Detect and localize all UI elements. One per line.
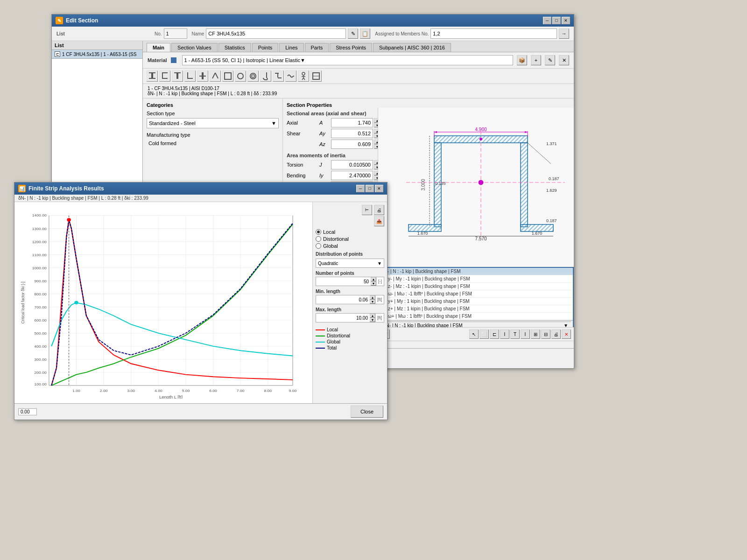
assigned-icon-btn[interactable]: → [559, 28, 569, 39]
tb-btn-I-right[interactable]: T [510, 329, 520, 339]
section-list-item-3[interactable]: δMω- | Mω : -1 lbfft² | Buckling shape |… [379, 290, 573, 298]
tb-btn-x[interactable]: ✕ [562, 329, 571, 339]
dist-dropdown[interactable]: Quadratic ▼ [316, 259, 384, 268]
material-section: Material 1 - A653-15 (SS 50, Cl 1) | Iso… [143, 52, 574, 69]
maximize-button[interactable]: □ [552, 17, 561, 24]
tab-subpanels[interactable]: Subpanels | AISC 360 | 2016 [373, 43, 451, 52]
info-icon-btn[interactable]: 📋 [360, 28, 370, 39]
tab-stress-points[interactable]: Stress Points [330, 43, 372, 52]
section-list-item-4[interactable]: δMy+ | My : 1 kipin | Buckling shape | F… [379, 298, 573, 305]
name-group: Name ✎ 📋 [192, 28, 371, 39]
material-btn1[interactable]: 📦 [517, 55, 527, 65]
list-item-0[interactable]: ⊏ 1 CF 3HU4.5x135 | 1 - A653-15 (SS [52, 50, 142, 59]
name-input[interactable] [206, 28, 346, 39]
max-up-btn[interactable]: ▲ [370, 314, 375, 318]
shape-wave[interactable] [285, 70, 296, 82]
svg-rect-14 [225, 73, 231, 79]
fsa-mode-local[interactable]: Local [316, 229, 384, 235]
axial-value[interactable] [331, 118, 373, 127]
shape-extra1[interactable] [310, 70, 322, 82]
min-up-btn[interactable]: ▲ [370, 295, 375, 300]
tab-points[interactable]: Points [252, 43, 279, 52]
tab-main[interactable]: Main [147, 43, 170, 52]
torsion-value[interactable] [331, 160, 373, 169]
window-icon: ✎ [56, 17, 63, 24]
svg-text:1100.00: 1100.00 [32, 253, 47, 257]
svg-text:100.00: 100.00 [35, 382, 47, 386]
fsa-icon-export[interactable]: 📤 [374, 216, 384, 226]
no-input[interactable] [164, 28, 187, 39]
close-button[interactable]: ✕ [562, 17, 570, 24]
tb-btn-grid[interactable]: ⊟ [541, 329, 550, 339]
section-type-dropdown[interactable]: Standardized - Steel ▼ [147, 118, 279, 128]
shear-z-value[interactable] [331, 140, 373, 149]
tb-btn-square[interactable]: ⬜ [479, 329, 489, 339]
shape-bracket[interactable] [159, 70, 170, 82]
fsa-mode-global[interactable]: Global [316, 243, 384, 249]
tab-section-values[interactable]: Section Values [171, 43, 218, 52]
section-list-item-2[interactable]: δMz- | Mz : -1 kipin | Buckling shape | … [379, 283, 573, 290]
shape-I[interactable] [147, 70, 158, 82]
shape-rect[interactable] [222, 70, 233, 82]
min-down-btn[interactable]: ▼ [370, 300, 375, 304]
assigned-input[interactable] [430, 28, 557, 39]
svg-text:500.00: 500.00 [35, 331, 47, 335]
svg-point-23 [302, 72, 305, 75]
edit-icon-btn[interactable]: ✎ [348, 28, 358, 39]
points-down-btn[interactable]: ▼ [371, 281, 376, 286]
material-btn3[interactable]: ✎ [545, 55, 555, 65]
tb-btn-cursor[interactable]: ↖ [469, 329, 479, 339]
shape-angle[interactable] [210, 70, 221, 82]
section-list-item-0[interactable]: δN- | N : -1 kip | Buckling shape | FSM [379, 268, 573, 275]
tb-btn-print[interactable]: 🖨 [551, 329, 561, 339]
svg-text:3.00: 3.00 [127, 389, 135, 392]
material-btn2[interactable]: + [531, 55, 541, 65]
shape-J[interactable] [260, 70, 271, 82]
svg-text:Length L [ft]: Length L [ft] [159, 395, 183, 399]
points-up-btn[interactable]: ▲ [371, 277, 376, 281]
svg-text:1.00: 1.00 [72, 389, 80, 392]
fsa-close-bar: 0.00 Close [14, 403, 387, 420]
fsa-maximize-button[interactable]: □ [366, 185, 374, 192]
section-type-row: Section type [147, 111, 279, 116]
material-btn4[interactable]: ✕ [559, 55, 569, 65]
max-length-label: Max. length [316, 307, 384, 312]
section-list-item-1[interactable]: δMy- | My : -1 kipin | Buckling shape | … [379, 275, 573, 283]
fsa-close-button[interactable]: Close [351, 406, 383, 418]
tab-lines[interactable]: Lines [279, 43, 303, 52]
section-list-item-6[interactable]: δMω+ | Mω : 1 lbfft² | Buckling shape | … [379, 313, 573, 320]
local-radio[interactable] [316, 229, 321, 235]
shape-T[interactable] [172, 70, 183, 82]
shape-L[interactable] [184, 70, 196, 82]
tab-statistics[interactable]: Statistics [218, 43, 251, 52]
bending-y-value[interactable] [331, 171, 373, 180]
global-radio[interactable] [316, 243, 321, 249]
svg-text:7.570: 7.570 [475, 236, 486, 241]
section-list-item-5[interactable]: δMz+ | Mz : 1 kipin | Buckling shape | F… [379, 305, 573, 313]
fsa-close-button[interactable]: ✕ [375, 185, 383, 192]
shape-person[interactable] [298, 70, 309, 82]
shape-T2[interactable] [197, 70, 208, 82]
fsa-icon-snap[interactable]: ⊢ [362, 205, 372, 215]
shape-circle[interactable] [235, 70, 246, 82]
dist-value: Quadratic [318, 261, 338, 266]
tb-btn-I-sym[interactable]: I [521, 329, 530, 339]
fsa-icon-print[interactable]: 🖨 [374, 205, 384, 215]
shape-Z[interactable] [273, 70, 284, 82]
tb-btn-table[interactable]: ⊞ [531, 329, 540, 339]
svg-rect-1 [151, 73, 153, 78]
material-dropdown[interactable]: 1 - A653-15 (SS 50, Cl 1) | Isotropic | … [182, 55, 513, 65]
shape-ring[interactable] [247, 70, 259, 82]
shear-y-symbol: Ay [319, 131, 331, 136]
fsa-minimize-button[interactable]: ─ [356, 185, 365, 192]
minimize-button[interactable]: ─ [543, 17, 551, 24]
tb-btn-bracket[interactable]: ⊏ [490, 329, 499, 339]
chart-svg: Critical load factor δki [-] [19, 207, 308, 399]
local-label: Local [323, 229, 335, 235]
distortional-radio[interactable] [316, 236, 321, 242]
shear-y-value[interactable] [331, 129, 373, 138]
tb-btn-I-left[interactable]: I [500, 329, 509, 339]
fsa-mode-distortional[interactable]: Distortional [316, 236, 384, 242]
max-down-btn[interactable]: ▼ [370, 318, 375, 322]
tab-parts[interactable]: Parts [305, 43, 329, 52]
